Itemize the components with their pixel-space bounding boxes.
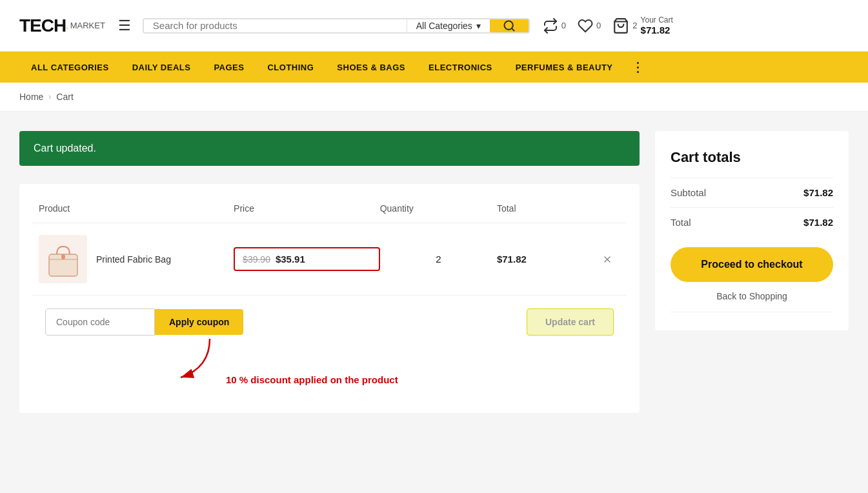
subtotal-row: Subtotal $71.82 xyxy=(671,177,833,207)
product-name: Printed Fabric Bag xyxy=(96,254,171,265)
nav-clothing[interactable]: CLOTHING xyxy=(256,52,325,83)
cart-icon-btn[interactable]: 2 Your Cart $71.82 xyxy=(612,15,672,35)
cart-count: 2 xyxy=(632,21,637,30)
cart-label: Your Cart xyxy=(641,15,673,25)
apply-coupon-button[interactable]: Apply coupon xyxy=(155,309,243,335)
total-cell: $71.82 xyxy=(497,254,594,265)
breadcrumb-current: Cart xyxy=(56,92,73,102)
cart-table-header: Product Price Quantity Total xyxy=(32,197,627,223)
breadcrumb-separator: › xyxy=(48,92,51,101)
update-cart-button[interactable]: Update cart xyxy=(527,308,614,336)
proceed-checkout-button[interactable]: Proceed to checkout xyxy=(671,247,833,282)
svg-line-1 xyxy=(512,28,514,30)
cart-updated-banner: Cart updated. xyxy=(19,131,640,166)
site-header: TECH. MARKET ☰ All Categories ▾ 0 0 2 Yo… xyxy=(0,0,868,52)
main-navbar: ALL CATEGORIES DAILY DEALS PAGES CLOTHIN… xyxy=(0,52,868,83)
price-new: $35.91 xyxy=(276,254,305,265)
quantity-cell: 2 xyxy=(380,254,497,265)
more-categories-icon[interactable]: ⋮ xyxy=(625,59,651,75)
cart-info: Your Cart $71.82 xyxy=(641,15,673,35)
col-product: Product xyxy=(39,203,234,214)
price-cell: $39.90 $35.91 xyxy=(234,247,380,271)
product-cell: Printed Fabric Bag xyxy=(39,235,234,283)
coupon-area: Apply coupon xyxy=(45,308,243,336)
subtotal-label: Subtotal xyxy=(671,187,706,198)
logo[interactable]: TECH. MARKET xyxy=(19,15,105,36)
cart-total: $71.82 xyxy=(641,25,671,35)
nav-all-categories[interactable]: ALL CATEGORIES xyxy=(19,52,121,83)
cart-icon xyxy=(612,17,629,34)
search-bar: All Categories ▾ xyxy=(143,18,530,34)
col-total: Total xyxy=(497,203,594,214)
table-row: Printed Fabric Bag $39.90 $35.91 2 $71.8… xyxy=(32,223,627,296)
bag-illustration xyxy=(44,240,83,279)
hamburger-menu[interactable]: ☰ xyxy=(118,17,131,34)
compare-icon xyxy=(543,18,558,34)
nav-perfumes-beauty[interactable]: PERFUMES & BEAUTY xyxy=(504,52,625,83)
cart-section: Cart updated. Product Price Quantity Tot… xyxy=(19,131,640,493)
total-label: Total xyxy=(671,217,691,228)
total-row: Total $71.82 xyxy=(671,207,833,237)
cart-actions: Apply coupon Update cart xyxy=(32,296,627,348)
heart-icon xyxy=(578,18,593,34)
main-content: Cart updated. Product Price Quantity Tot… xyxy=(0,112,868,493)
quantity-value: 2 xyxy=(436,254,441,265)
nav-electronics[interactable]: ELECTRONICS xyxy=(417,52,504,83)
subtotal-value: $71.82 xyxy=(803,187,833,198)
chevron-down-icon: ▾ xyxy=(476,21,481,31)
cart-table: Product Price Quantity Total xyxy=(19,184,640,413)
logo-tech: TECH xyxy=(19,15,66,36)
annotation-area: 10 % discount applied on the product xyxy=(32,342,627,400)
cart-totals-panel: Cart totals Subtotal $71.82 Total $71.82… xyxy=(655,131,849,330)
logo-market: MARKET xyxy=(70,21,105,30)
coupon-input[interactable] xyxy=(45,308,155,336)
search-input[interactable] xyxy=(144,19,407,32)
header-icons: 0 0 2 Your Cart $71.82 xyxy=(543,15,673,35)
category-dropdown[interactable]: All Categories ▾ xyxy=(407,19,490,32)
svg-point-5 xyxy=(61,254,65,259)
cart-totals-title: Cart totals xyxy=(671,149,833,166)
search-button[interactable] xyxy=(490,19,529,32)
nav-shoes-bags[interactable]: SHOES & BAGS xyxy=(325,52,417,83)
back-to-shopping-link[interactable]: Back to Shopping xyxy=(671,291,833,301)
compare-count: 0 xyxy=(561,21,566,30)
col-quantity: Quantity xyxy=(380,203,497,214)
product-image xyxy=(39,235,87,283)
remove-item-button[interactable] xyxy=(594,254,620,265)
discount-arrow-icon xyxy=(168,336,219,387)
total-value: $71.82 xyxy=(497,254,527,265)
breadcrumb: Home › Cart xyxy=(0,83,868,112)
close-icon xyxy=(602,254,612,265)
search-icon xyxy=(503,19,516,32)
col-price: Price xyxy=(234,203,380,214)
price-old: $39.90 xyxy=(243,254,270,265)
wishlist-icon-btn[interactable]: 0 xyxy=(578,18,601,34)
wishlist-count: 0 xyxy=(596,21,601,30)
compare-icon-btn[interactable]: 0 xyxy=(543,18,566,34)
category-label: All Categories xyxy=(416,21,472,31)
col-remove xyxy=(594,203,620,214)
nav-pages[interactable]: PAGES xyxy=(202,52,256,83)
breadcrumb-home[interactable]: Home xyxy=(19,92,43,102)
nav-daily-deals[interactable]: DAILY DEALS xyxy=(121,52,203,83)
logo-dot: . xyxy=(66,20,68,32)
total-value: $71.82 xyxy=(803,217,833,228)
discount-note-text: 10 % discount applied on the product xyxy=(226,374,398,385)
cart-updated-message: Cart updated. xyxy=(34,143,96,154)
discount-annotation: 10 % discount applied on the product xyxy=(39,342,620,387)
